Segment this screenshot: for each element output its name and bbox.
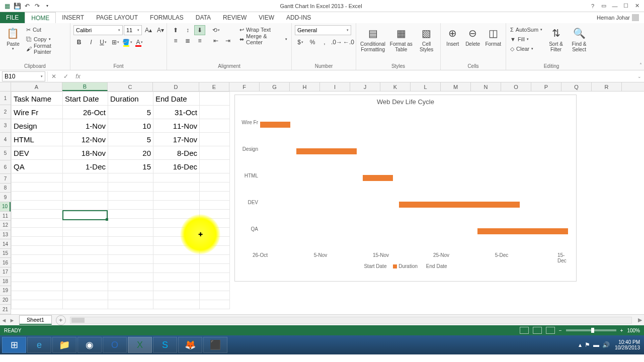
taskbar-explorer-icon[interactable]: 📁 [52, 337, 76, 353]
fill-button[interactable]: ▼Fill▾ [509, 35, 543, 44]
insert-function-icon[interactable]: fx [72, 71, 84, 81]
cell[interactable] [153, 300, 200, 309]
row-header-20[interactable]: 20 [0, 296, 11, 305]
cell[interactable]: 5 [108, 106, 153, 119]
horizontal-scrollbar[interactable] [70, 317, 632, 324]
col-header-F[interactable]: F [229, 82, 260, 91]
font-name-combo[interactable]: Calibri▾ [73, 25, 123, 35]
cell[interactable] [63, 237, 108, 246]
cell[interactable] [63, 228, 108, 237]
cell[interactable] [108, 219, 153, 228]
orientation-button[interactable]: ⟲ [210, 25, 221, 35]
taskbar-excel-icon[interactable]: X [128, 337, 152, 353]
cell[interactable]: 1-Nov [63, 119, 108, 133]
tab-addins[interactable]: ADD-INS [280, 12, 317, 23]
cell[interactable]: Design [12, 119, 63, 133]
cell[interactable]: DEV [12, 146, 63, 160]
cell[interactable] [63, 264, 108, 273]
cell[interactable] [12, 237, 63, 246]
cell[interactable]: End Date [153, 92, 200, 106]
clear-button[interactable]: ◇Clear▾ [509, 44, 543, 53]
cell[interactable] [63, 201, 108, 210]
cell[interactable] [153, 273, 200, 282]
col-header-O[interactable]: O [501, 82, 531, 91]
format-as-table-button[interactable]: ▦Format as Table [388, 25, 414, 52]
row-header-3[interactable]: 3 [0, 119, 11, 133]
cell[interactable]: 10 [108, 119, 153, 133]
cell[interactable] [153, 210, 200, 219]
account-name[interactable]: Heman Johar [592, 12, 644, 23]
tray-up-icon[interactable]: ▴ [579, 341, 582, 348]
col-header-R[interactable]: R [592, 82, 622, 91]
font-size-combo[interactable]: 11▾ [124, 25, 142, 35]
cell[interactable] [200, 192, 230, 201]
maximize-icon[interactable]: ☐ [621, 2, 631, 11]
col-header-I[interactable]: I [320, 82, 350, 91]
cell[interactable] [12, 228, 63, 237]
cell[interactable] [200, 255, 230, 264]
chart-bar[interactable] [399, 202, 520, 208]
cell[interactable] [200, 210, 230, 219]
cell[interactable] [200, 228, 230, 237]
col-header-P[interactable]: P [531, 82, 561, 91]
cell[interactable] [12, 300, 63, 309]
paste-button[interactable]: 📋Paste▾ [3, 25, 23, 51]
cell[interactable] [12, 201, 63, 210]
system-tray[interactable]: ▴ ⚑ ▬ 🔊 10:40 PM 10/28/2013 [579, 339, 642, 350]
align-middle-button[interactable]: ↕ [182, 25, 193, 35]
tab-home[interactable]: HOME [25, 12, 56, 23]
cell[interactable]: 11-Nov [153, 119, 200, 133]
cell[interactable]: 31-Oct [153, 106, 200, 119]
chart-bar[interactable] [363, 175, 393, 181]
cell[interactable]: Task Name [12, 92, 63, 106]
cell[interactable] [63, 173, 108, 183]
row-header-17[interactable]: 17 [0, 267, 11, 277]
tray-volume-icon[interactable]: 🔊 [602, 341, 610, 348]
row-header-9[interactable]: 9 [0, 193, 11, 202]
tray-network-icon[interactable]: ▬ [593, 341, 599, 348]
border-button[interactable]: ⊞ [110, 37, 121, 47]
row-header-2[interactable]: 2 [0, 105, 11, 119]
new-sheet-button[interactable]: + [56, 315, 66, 325]
row-header-18[interactable]: 18 [0, 277, 11, 287]
ribbon-display-icon[interactable]: ▭ [599, 2, 609, 11]
cell[interactable] [108, 237, 153, 246]
italic-button[interactable]: I [86, 37, 97, 47]
help-icon[interactable]: ? [588, 2, 598, 11]
cell[interactable] [12, 219, 63, 228]
col-header-Q[interactable]: Q [561, 82, 592, 91]
cell[interactable] [200, 106, 230, 119]
cell[interactable] [63, 291, 108, 300]
cell[interactable] [12, 264, 63, 273]
scroll-right-icon[interactable]: ▶ [636, 317, 644, 323]
row-header-13[interactable]: 13 [0, 230, 11, 240]
cell[interactable] [108, 291, 153, 300]
zoom-slider[interactable] [566, 329, 616, 331]
cell[interactable] [153, 219, 200, 228]
merge-center-button[interactable]: ⬌Merge & Center▾ [238, 35, 288, 44]
cell[interactable] [108, 228, 153, 237]
tab-page-layout[interactable]: PAGE LAYOUT [90, 12, 144, 23]
formula-input[interactable] [84, 71, 635, 81]
col-header-G[interactable]: G [260, 82, 290, 91]
cell[interactable] [63, 282, 108, 291]
cell[interactable] [108, 273, 153, 282]
cell[interactable] [153, 246, 200, 255]
cell[interactable]: Duration [108, 92, 153, 106]
sort-filter-button[interactable]: ⇅Sort & Filter [545, 25, 567, 52]
cell[interactable] [200, 173, 230, 183]
cell[interactable] [200, 183, 230, 192]
cell[interactable] [200, 219, 230, 228]
undo-icon[interactable]: ↶ [23, 2, 31, 10]
cell[interactable]: 5 [108, 133, 153, 146]
col-header-D[interactable]: D [153, 82, 199, 91]
cell[interactable]: 8-Dec [153, 146, 200, 160]
col-header-H[interactable]: H [290, 82, 320, 91]
tray-clock[interactable]: 10:40 PM 10/28/2013 [613, 339, 642, 350]
cell[interactable] [108, 300, 153, 309]
cell[interactable] [12, 291, 63, 300]
chart-legend[interactable]: Start Date Duration End Date [235, 261, 576, 273]
find-select-button[interactable]: 🔍Find & Select [569, 25, 590, 52]
cell[interactable] [12, 273, 63, 282]
increase-indent-button[interactable]: ⇥ [222, 36, 233, 46]
